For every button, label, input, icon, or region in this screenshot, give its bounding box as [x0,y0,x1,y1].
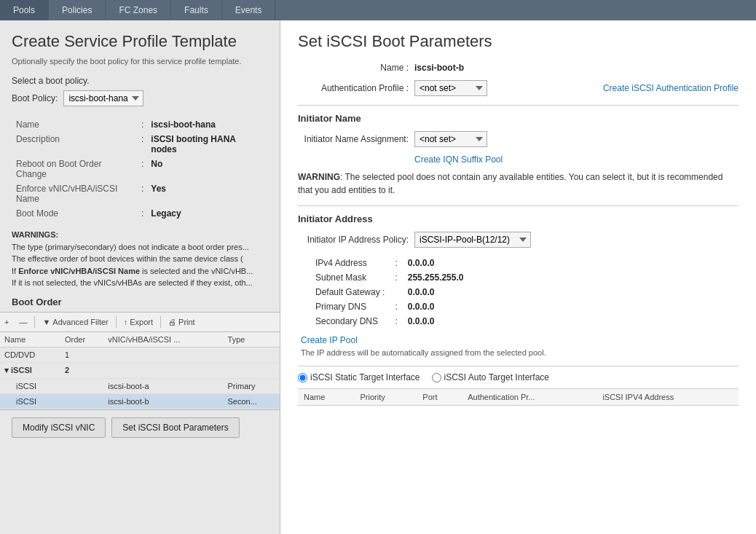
modify-iscsi-vnic-button[interactable]: Modify iSCSI vNIC [12,417,106,438]
name-row: Name : iscsi-boot-b [298,63,739,73]
target-interface-table: Name Priority Port Authentication Pr... … [298,388,739,406]
page-title: Create Service Profile Template [12,32,268,51]
table-row[interactable]: iSCSI iscsi-boot-a Primary [0,378,280,393]
info-value-reboot: No [148,157,267,181]
target-col-name: Name [298,389,355,406]
info-label-bootmode: Boot Mode [13,207,137,220]
table-row[interactable]: iSCSI iscsi-boot-b Secon... [0,393,280,409]
ip-value-gateway: 0.0.0.0 [403,286,468,299]
row-type: Primary [224,378,280,393]
initiator-name-assign-row: Initiator Name Assignment: <not set> [298,131,739,147]
row-vnic: iscsi-boot-b [103,393,223,409]
nav-policies[interactable]: Policies [49,0,106,20]
create-ip-pool-link[interactable]: Create IP Pool [301,335,358,345]
ip-label-subnet: Subnet Mask [311,271,389,284]
toolbar-divider-2 [116,316,117,328]
ip-value-secondary-dns: 0.0.0.0 [403,315,468,328]
row-order [60,393,103,409]
boot-policy-section-label: Select a boot policy. [12,76,268,86]
top-navigation: Pools Policies FC Zones Faults Events [0,0,756,20]
info-value-enforce: Yes [148,182,267,205]
set-iscsi-boot-params-button[interactable]: Set iSCSI Boot Parameters [111,417,239,438]
right-panel: Set iSCSI Boot Parameters Name : iscsi-b… [280,20,756,534]
boot-policy-label: Boot Policy: [12,93,58,103]
row-order: 1 [60,347,103,362]
auto-target-radio[interactable] [432,373,441,382]
name-label: Name : [298,63,414,73]
nav-events[interactable]: Events [222,0,276,20]
col-vnic: vNIC/vHBA/iSCSI ... [103,332,223,348]
print-label: Print [178,318,195,326]
advanced-filter-label: Advanced Filter [52,318,108,326]
boot-order-title: Boot Order [12,297,268,307]
print-button[interactable]: 🖨 Print [165,316,198,328]
initiator-name-assign-label: Initiator Name Assignment: [298,134,414,144]
row-vnic: iscsi-boot-a [103,378,223,393]
auth-profile-select-group: <not set> [414,80,487,96]
advanced-filter-button[interactable]: ▼ Advanced Filter [39,316,111,328]
initiator-address-heading: Initiator Address [298,213,739,224]
warning-line-2: The effective order of boot devices with… [12,254,243,263]
row-order: 2 [60,362,103,378]
warning-body: : The selected pool does not contain any… [298,172,722,195]
create-iqn-link[interactable]: Create IQN Suffix Pool [414,154,503,165]
ip-details-table: IPv4 Address : 0.0.0.0 Subnet Mask : 255… [310,255,469,329]
col-order: Order [60,332,103,348]
ip-value-ipv4: 0.0.0.0 [403,256,468,270]
warning-line-1: The type (primary/secondary) does not in… [12,243,249,251]
ip-row-primary-dns: Primary DNS : 0.0.0.0 [311,300,468,313]
info-row-reboot: Reboot on Boot Order Change : No [13,157,267,181]
remove-boot-entry-button[interactable]: — [16,316,30,328]
boot-policy-select[interactable]: iscsi-boot-hana [63,90,143,106]
row-name: iSCSI [0,378,60,393]
export-icon: ↑ [124,318,128,326]
target-interface-radio-row: iSCSI Static Target Interface iSCSI Auto… [298,366,739,382]
nav-faults[interactable]: Faults [171,0,222,20]
col-type: Type [224,332,280,348]
initiator-name-assign-select[interactable]: <not set> [414,131,487,147]
boot-order-toolbar: + — ▼ Advanced Filter ↑ Export 🖨 Print [0,312,280,332]
info-row-description: Description : iSCSI booting HANA nodes [13,133,267,156]
info-row-enforce: Enforce vNIC/vHBA/iSCSI Name : Yes [13,182,267,205]
info-value-description: iSCSI booting HANA nodes [148,133,267,156]
create-auth-profile-link[interactable]: Create iSCSI Authentication Profile [603,83,739,93]
info-value-name: iscsi-boot-hana [148,118,267,131]
initiator-ip-policy-select[interactable]: iSCSI-IP-Pool-B(12/12) [414,232,531,248]
nav-fc-zones[interactable]: FC Zones [106,0,171,20]
table-row[interactable]: CD/DVD 1 [0,347,280,362]
nav-pools[interactable]: Pools [0,0,49,20]
row-type [224,362,280,378]
row-type [224,347,280,362]
info-label-enforce: Enforce vNIC/vHBA/iSCSI Name [13,182,137,205]
export-button[interactable]: ↑ Export [121,316,156,328]
main-area: Create Service Profile Template Optional… [0,20,756,534]
row-order [60,378,103,393]
initiator-ip-policy-row: Initiator IP Address Policy: iSCSI-IP-Po… [298,232,739,248]
info-row-name: Name : iscsi-boot-hana [13,118,267,131]
initiator-name-heading: Initiator Name [298,113,739,124]
row-type: Secon... [224,393,280,409]
right-panel-title: Set iSCSI Boot Parameters [298,32,739,51]
info-label-reboot: Reboot on Boot Order Change [13,157,137,181]
boot-policy-info-table: Name : iscsi-boot-hana Description : iSC… [12,117,268,221]
warnings-title: WARNINGS: [12,230,58,239]
auth-profile-select[interactable]: <not set> [414,80,487,96]
info-label-description: Description [13,133,137,156]
ip-label-ipv4: IPv4 Address [311,256,389,270]
target-col-priority: Priority [355,389,417,406]
toolbar-divider-1 [34,316,35,328]
warning-text: WARNING: The selected pool does not cont… [298,170,739,197]
ip-row-gateway: Default Gateway : 0.0.0.0 [311,286,468,299]
boot-policy-row: Boot Policy: iscsi-boot-hana [12,90,268,106]
info-label-name: Name [13,118,137,131]
ip-label-secondary-dns: Secondary DNS [311,315,389,328]
ip-row-ipv4: IPv4 Address : 0.0.0.0 [311,256,468,270]
static-target-radio[interactable] [298,373,307,382]
add-boot-entry-button[interactable]: + [1,316,12,328]
ip-row-secondary-dns: Secondary DNS : 0.0.0.0 [311,315,468,328]
static-target-radio-label[interactable]: iSCSI Static Target Interface [298,372,420,382]
table-row[interactable]: ▾ iSCSI 2 [0,362,280,378]
info-value-bootmode: Legacy [148,207,267,220]
auto-target-radio-label[interactable]: iSCSI Auto Target Interface [432,372,550,382]
auto-assign-text: The IP address will be automatically ass… [301,348,739,357]
